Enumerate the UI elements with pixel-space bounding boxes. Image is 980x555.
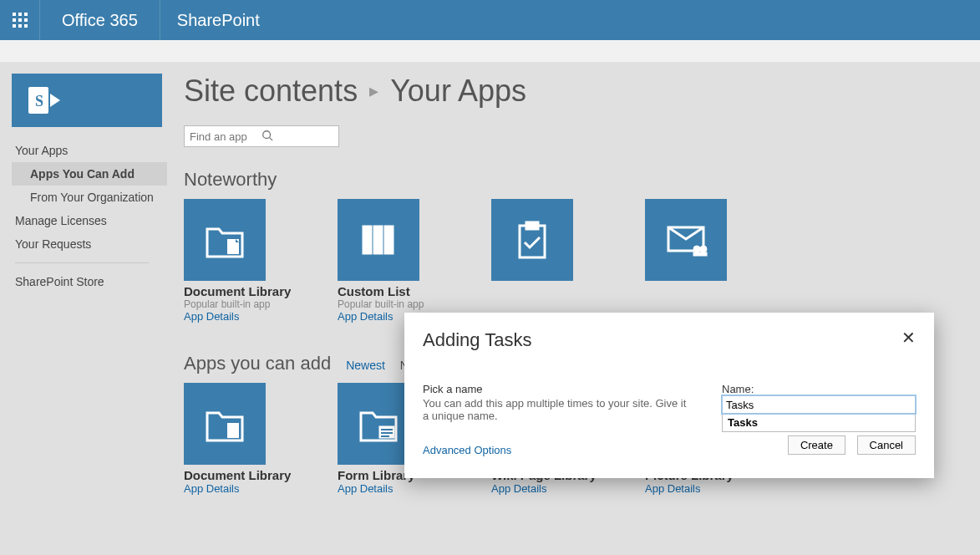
site-mailbox-icon[interactable] [645,199,727,281]
tile-details-link[interactable]: App Details [645,482,727,495]
svg-rect-17 [520,226,545,257]
svg-text:S: S [35,93,43,109]
svg-line-12 [270,137,273,140]
svg-rect-18 [526,222,538,229]
tile-details-link[interactable]: App Details [338,482,419,495]
tile-document-library-2: Document Library App Details [184,383,266,495]
nav-apps-you-can-add[interactable]: Apps You Can Add [12,162,167,186]
suite-brand[interactable]: Office 365 [40,0,160,40]
adding-tasks-dialog: Adding Tasks ✕ Pick a name You can add t… [404,313,934,478]
nav-separator [15,262,149,263]
search-placeholder: Find an app [190,130,262,143]
tile-details-link[interactable]: App Details [491,482,573,495]
site-logo[interactable]: S [12,74,162,127]
ribbon-placeholder [0,40,980,62]
tile-title: Custom List [338,284,419,298]
svg-rect-22 [693,252,707,256]
svg-rect-14 [363,226,372,254]
noteworthy-tiles: Document Library Popular built-in app Ap… [184,199,980,323]
cancel-button[interactable]: Cancel [857,435,916,455]
svg-rect-8 [24,24,28,28]
suite-app[interactable]: SharePoint [160,11,277,30]
page-title: Site contents ▸ Your Apps [184,74,980,109]
close-icon[interactable]: ✕ [901,329,916,346]
svg-rect-16 [384,226,394,254]
search-icon[interactable] [262,130,333,144]
nav-manage-licenses[interactable]: Manage Licenses [12,209,167,232]
document-library-icon[interactable] [184,199,266,281]
filter-newest[interactable]: Newest [346,359,385,372]
svg-point-11 [263,130,271,138]
svg-rect-15 [373,226,383,254]
tile-subtitle: Popular built-in app [338,298,419,310]
name-input[interactable] [722,395,916,414]
svg-rect-2 [24,13,28,16]
nav-your-apps[interactable]: Your Apps [12,139,167,162]
nav-from-your-org[interactable]: From Your Organization [12,186,167,209]
svg-rect-3 [13,18,16,22]
svg-rect-7 [18,24,22,28]
tile-tasks [491,199,573,323]
crumb-your-apps: Your Apps [390,74,526,109]
tile-details-link[interactable]: App Details [184,310,266,323]
tile-details-link[interactable]: App Details [184,482,266,495]
pick-a-name-hint: You can add this app multiple times to y… [423,397,692,422]
svg-rect-4 [18,18,22,22]
section-apps-can-add: Apps you can add [184,353,331,374]
nav-sharepoint-store[interactable]: SharePoint Store [12,270,167,293]
tile-title: Document Library [184,468,266,482]
custom-list-icon[interactable] [338,199,419,281]
tile-custom-list: Custom List Popular built-in app App Det… [338,199,419,323]
svg-rect-5 [24,18,28,22]
section-noteworthy: Noteworthy [184,169,980,191]
tasks-icon[interactable] [491,199,573,281]
pick-a-name-label: Pick a name [423,383,692,395]
nav-your-requests[interactable]: Your Requests [12,232,167,256]
suite-bar: Office 365 SharePoint [0,0,980,40]
advanced-options-link[interactable]: Advanced Options [423,444,511,456]
svg-rect-1 [18,13,22,16]
crumb-site-contents[interactable]: Site contents [184,74,358,109]
svg-rect-0 [13,13,16,16]
name-label: Name: [722,383,754,395]
left-nav: Your Apps Apps You Can Add From Your Org… [12,139,167,293]
svg-rect-6 [13,24,16,28]
tile-subtitle: Popular built-in app [184,298,266,310]
svg-point-20 [693,246,700,252]
document-library-icon[interactable] [184,383,266,465]
autocomplete-suggestion[interactable]: Tasks [722,414,916,432]
search-input[interactable]: Find an app [184,125,339,147]
tile-site-mailbox [645,199,727,323]
chevron-right-icon: ▸ [369,80,378,102]
tile-document-library: Document Library Popular built-in app Ap… [184,199,266,323]
create-button[interactable]: Create [788,435,845,455]
app-launcher-icon[interactable] [0,0,40,40]
tile-title: Document Library [184,284,266,298]
dialog-title: Adding Tasks [423,329,901,351]
svg-point-21 [700,246,707,252]
svg-rect-23 [227,423,239,438]
